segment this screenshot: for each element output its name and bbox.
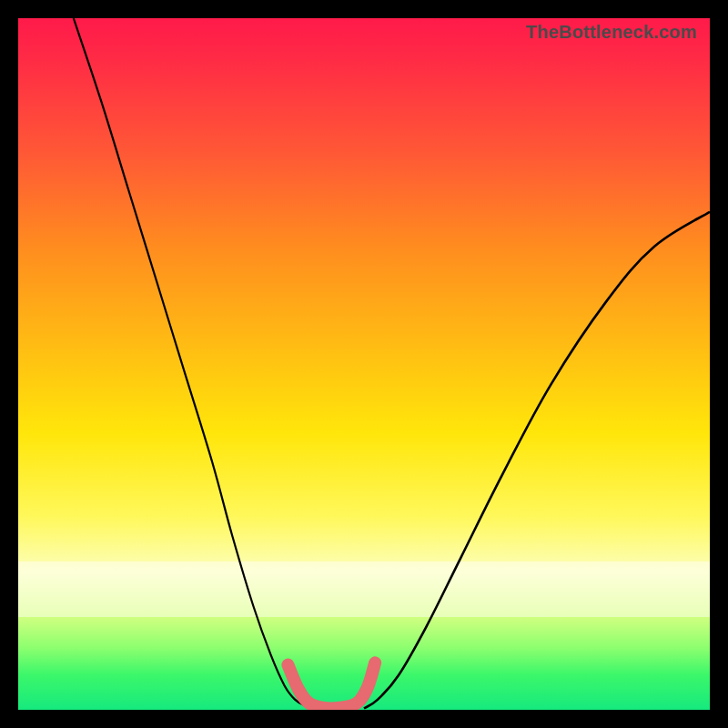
chart-frame: TheBottleneck.com — [0, 0, 728, 728]
curves-svg — [18, 18, 710, 710]
left-bottleneck-curve — [74, 18, 316, 708]
watermark-text: TheBottleneck.com — [526, 22, 697, 43]
right-bottleneck-curve — [364, 212, 710, 709]
optimal-range-marker — [288, 662, 375, 708]
plot-area: TheBottleneck.com — [18, 18, 710, 710]
